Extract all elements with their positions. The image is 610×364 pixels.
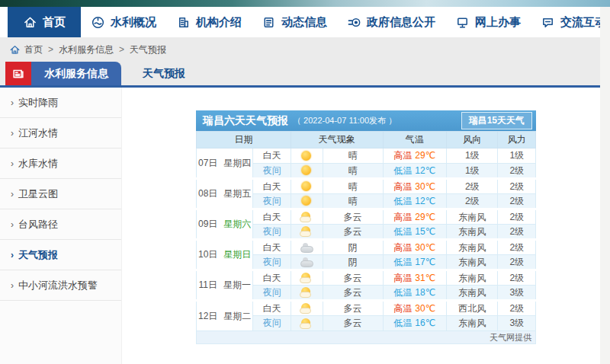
partly-cloudy-icon [300, 318, 313, 329]
column-header: 风力 [498, 132, 536, 148]
date-cell: 08日星期五 [197, 179, 253, 209]
phenomenon-cell: 阴 [323, 255, 383, 270]
chevron-right-icon: › [11, 250, 14, 260]
temp-value: 30℃ [415, 242, 435, 253]
sun-icon [300, 165, 313, 176]
weather-icon-cell [291, 209, 323, 225]
breadcrumb-item-3[interactable]: 天气预报 [130, 43, 166, 56]
daytime-label: 白天 [253, 301, 291, 316]
temp-value: 12℃ [415, 196, 435, 206]
sidebar-item-label: 卫星云图 [18, 187, 58, 201]
wind-force-cell: 1级 [498, 148, 536, 164]
breadcrumb: 首页>水利服务信息>天气预报 [0, 37, 600, 62]
phenomenon-cell: 多云 [323, 225, 383, 240]
weather-provider-link[interactable]: 天气网提供 [490, 332, 531, 343]
weather-icon-cell [291, 240, 323, 255]
weather-table: 日期天气现象气温风向风力07日星期四白天晴高温29℃1级1级夜间晴低温12℃1级… [196, 131, 536, 331]
nav-item-2[interactable]: 水利概况 [81, 7, 166, 37]
sidebar-item-4[interactable]: ›卫星云图 [0, 179, 121, 209]
sidebar-item-label: 台风路径 [18, 218, 58, 231]
daytime-label: 白天 [253, 179, 291, 194]
breadcrumb-item-2[interactable]: 水利服务信息 [59, 43, 114, 56]
partly-cloudy-icon [300, 226, 313, 237]
tab-water-service-info[interactable]: 水利服务信息 [31, 62, 121, 85]
publish-time: （ 2022-04-07 11:00发布 ） [293, 115, 396, 126]
chevron-right-icon: › [11, 219, 14, 230]
wind-direction-cell: 1级 [447, 164, 498, 179]
daytime-label: 白天 [253, 270, 291, 286]
temperature-cell: 低温12℃ [383, 164, 447, 179]
nav-item-label: 动态信息 [281, 15, 327, 30]
sidebar-item-label: 中小河流洪水预警 [18, 279, 98, 292]
low-temp-label: 低温 [393, 226, 412, 237]
date-cell: 07日星期四 [197, 148, 253, 179]
temperature-cell: 低温16℃ [383, 316, 447, 331]
wind-force-cell: 2级 [498, 240, 536, 255]
tab-weather-forecast[interactable]: 天气预报 [121, 62, 207, 85]
wind-direction-cell: 东南风 [447, 270, 498, 286]
wind-force-cell: 3级 [498, 286, 536, 301]
high-temp-label: 高温 [393, 150, 412, 161]
weather-icon-cell [291, 255, 323, 270]
overcast-icon [300, 242, 313, 253]
chevron-right-icon: › [11, 158, 14, 169]
sun-icon [300, 196, 313, 206]
table-row: 10日星期日白天阴高温30℃东南风2级 [197, 240, 536, 255]
wind-direction-cell: 1级 [447, 148, 498, 164]
weather-icon-cell [291, 148, 323, 164]
nav-item-3[interactable]: 机构介绍 [166, 7, 252, 37]
sidebar-item-2[interactable]: ›江河水情 [0, 118, 121, 148]
column-header: 天气现象 [291, 132, 383, 148]
phenomenon-cell: 多云 [323, 316, 383, 331]
weekday-label: 星期四 [223, 158, 251, 168]
night-label: 夜间 [253, 255, 291, 270]
nav-item-label: 机构介绍 [196, 15, 242, 30]
water-overview-icon [91, 15, 105, 30]
info-disclosure-icon [347, 15, 361, 30]
phenomenon-cell: 晴 [323, 164, 383, 179]
table-row: 12日星期二白天多云高温30℃西北风2级 [197, 301, 536, 316]
temp-value: 29℃ [415, 212, 435, 222]
daytime-label: 白天 [253, 240, 291, 255]
fifteen-day-forecast-button[interactable]: 瑞昌15天天气 [461, 112, 532, 129]
nav-item-7[interactable]: 交流互动 [531, 7, 610, 37]
date-label: 09日 [198, 219, 217, 229]
breadcrumb-item-1[interactable]: 首页 [24, 43, 43, 56]
newspaper-icon [5, 62, 31, 85]
date-label: 08日 [198, 188, 217, 199]
temperature-cell: 高温30℃ [383, 240, 447, 255]
weather-icon-cell [291, 164, 323, 179]
sun-icon [300, 151, 313, 161]
date-label: 10日 [198, 249, 217, 260]
temp-value: 18℃ [415, 287, 435, 298]
sidebar-item-6[interactable]: ›天气预报 [0, 240, 121, 270]
weather-icon-cell [291, 316, 323, 331]
nav-item-4[interactable]: 动态信息 [252, 7, 337, 37]
wind-direction-cell: 东南风 [447, 209, 498, 225]
weather-icon-cell [291, 225, 323, 240]
page-background [600, 7, 610, 364]
main-content: 瑞昌六天天气预报 （ 2022-04-07 11:00发布 ） 瑞昌15天天气 … [122, 88, 600, 364]
sidebar-item-5[interactable]: ›台风路径 [0, 209, 121, 240]
temperature-cell: 高温30℃ [383, 301, 447, 316]
sidebar-item-7[interactable]: ›中小河流洪水预警 [0, 270, 121, 301]
partly-cloudy-icon [300, 273, 313, 283]
night-label: 夜间 [253, 194, 291, 209]
table-row: 09日星期六白天多云高温29℃东南风2级 [197, 209, 536, 225]
night-label: 夜间 [253, 225, 291, 240]
nav-item-6[interactable]: 网上办事 [445, 7, 531, 37]
nav-item-1[interactable]: 首页 [8, 7, 81, 37]
partly-cloudy-icon [300, 303, 313, 314]
sidebar: ›实时降雨›江河水情›水库水情›卫星云图›台风路径›天气预报›中小河流洪水预警 [0, 88, 122, 364]
temperature-cell: 低温17℃ [383, 255, 447, 270]
nav-item-label: 网上办事 [475, 15, 521, 30]
temp-value: 30℃ [415, 303, 435, 314]
sidebar-item-3[interactable]: ›水库水情 [0, 148, 121, 179]
nav-item-5[interactable]: 政府信息公开 [337, 7, 445, 37]
home-icon [9, 44, 21, 56]
temperature-cell: 高温31℃ [383, 270, 447, 286]
news-icon [262, 15, 276, 30]
weekday-label: 星期二 [223, 311, 251, 321]
sidebar-item-1[interactable]: ›实时降雨 [0, 88, 121, 118]
nav-item-label: 首页 [43, 15, 66, 30]
